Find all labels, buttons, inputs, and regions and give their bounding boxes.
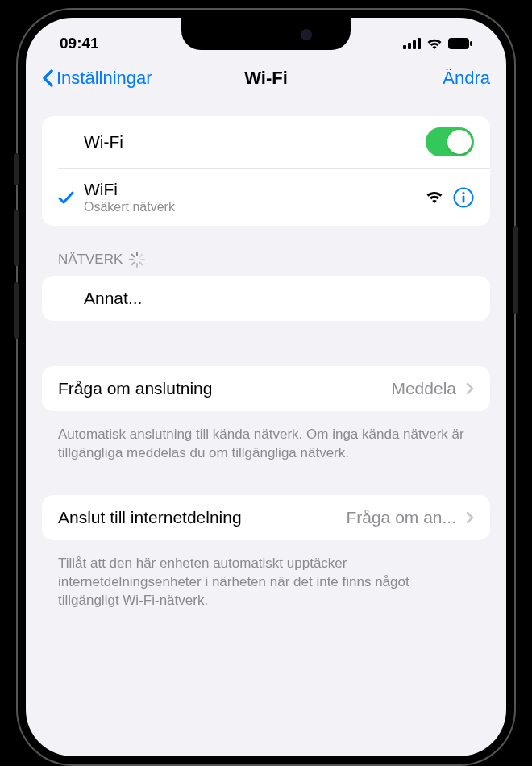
side-button bbox=[14, 153, 19, 185]
content: Wi-Fi WiFi Osäkert nätverk bbox=[26, 100, 506, 659]
svg-rect-4 bbox=[448, 38, 469, 49]
status-indicators bbox=[403, 38, 472, 50]
ask-footer: Automatisk anslutning till kända nätverk… bbox=[42, 418, 490, 463]
volume-up-button bbox=[14, 210, 19, 266]
loading-spinner-icon bbox=[129, 252, 145, 268]
connected-network-row[interactable]: WiFi Osäkert nätverk bbox=[42, 169, 490, 226]
notch bbox=[181, 18, 351, 50]
page-title: Wi-Fi bbox=[244, 68, 288, 89]
auto-join-hotspot-value: Fråga om an... bbox=[346, 508, 456, 527]
ask-section: Fråga om anslutning Meddela bbox=[42, 366, 490, 411]
phone-frame: 09:41 bbox=[16, 8, 516, 766]
back-label: Inställningar bbox=[56, 68, 152, 89]
networks-section: Annat... bbox=[42, 276, 490, 321]
connected-network-name: WiFi bbox=[84, 180, 426, 199]
auto-join-hotspot-label: Anslut till internetdelning bbox=[58, 508, 242, 527]
info-icon[interactable] bbox=[453, 187, 474, 208]
hotspot-footer: Tillåt att den här enheten automatiskt u… bbox=[42, 547, 490, 610]
wifi-icon bbox=[426, 38, 443, 50]
hotspot-section: Anslut till internetdelning Fråga om an.… bbox=[42, 495, 490, 540]
checkmark-icon bbox=[58, 190, 74, 205]
status-time: 09:41 bbox=[60, 35, 99, 52]
other-network-row[interactable]: Annat... bbox=[42, 276, 490, 321]
volume-down-button bbox=[14, 282, 19, 339]
nav-bar: Inställningar Wi-Fi Ändra bbox=[26, 58, 506, 100]
networks-header-label: Nätverk bbox=[58, 252, 123, 268]
connected-network-status: Osäkert nätverk bbox=[84, 200, 426, 214]
svg-rect-5 bbox=[470, 41, 472, 46]
networks-header: Nätverk bbox=[42, 252, 490, 276]
screen: 09:41 bbox=[26, 18, 506, 756]
svg-point-7 bbox=[462, 191, 464, 194]
svg-rect-0 bbox=[403, 45, 406, 49]
back-button[interactable]: Inställningar bbox=[42, 68, 152, 89]
edit-button[interactable]: Ändra bbox=[443, 68, 490, 89]
power-button bbox=[513, 226, 518, 314]
other-network-label: Annat... bbox=[84, 289, 474, 308]
svg-rect-1 bbox=[408, 43, 411, 49]
wifi-toggle-row[interactable]: Wi-Fi bbox=[42, 116, 490, 168]
auto-join-hotspot-row[interactable]: Anslut till internetdelning Fråga om an.… bbox=[42, 495, 490, 540]
ask-to-join-label: Fråga om anslutning bbox=[58, 379, 391, 398]
wifi-section: Wi-Fi WiFi Osäkert nätverk bbox=[42, 116, 490, 226]
svg-rect-2 bbox=[413, 40, 416, 49]
wifi-toggle[interactable] bbox=[426, 127, 474, 156]
battery-icon bbox=[448, 38, 472, 49]
cellular-icon bbox=[403, 38, 421, 49]
wifi-signal-icon bbox=[426, 190, 443, 204]
ask-to-join-value: Meddela bbox=[391, 379, 456, 398]
ask-to-join-row[interactable]: Fråga om anslutning Meddela bbox=[42, 366, 490, 411]
chevron-right-icon bbox=[466, 382, 474, 395]
chevron-left-icon bbox=[42, 69, 53, 87]
svg-rect-8 bbox=[463, 195, 465, 202]
wifi-toggle-label: Wi-Fi bbox=[84, 132, 426, 152]
svg-rect-3 bbox=[418, 38, 421, 49]
chevron-right-icon bbox=[466, 511, 474, 524]
